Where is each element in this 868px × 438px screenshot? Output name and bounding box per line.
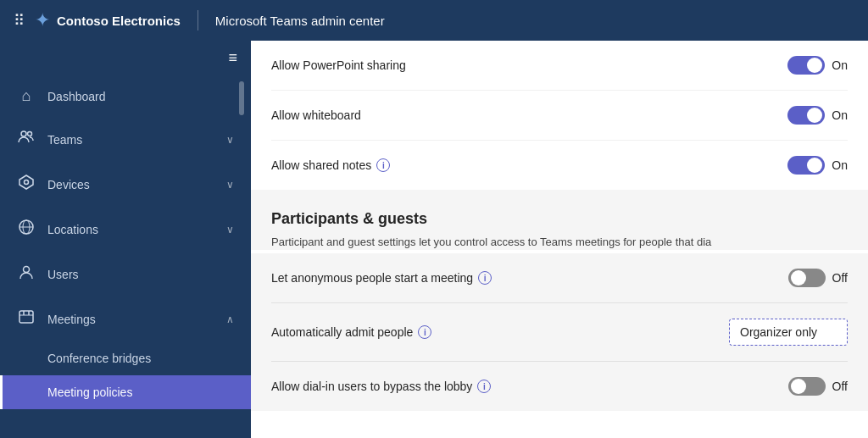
grid-icon: ⠿ — [14, 11, 25, 30]
participants-title: Participants & guests — [271, 210, 848, 228]
powerpoint-toggle[interactable] — [787, 56, 825, 75]
logo-text: Contoso Electronics — [57, 14, 181, 28]
anonymous-label: Let anonymous people start a meeting i — [271, 271, 492, 285]
locations-label: Locations — [47, 223, 214, 236]
svg-point-0 — [21, 131, 26, 136]
anonymous-toggle-container: Off — [788, 269, 848, 287]
locations-chevron-icon: ∨ — [226, 224, 234, 236]
header-divider — [198, 10, 198, 30]
dialin-toggle[interactable] — [788, 377, 826, 396]
logo-icon: ✦ — [35, 9, 50, 31]
dashboard-label: Dashboard — [47, 90, 234, 103]
sidebar-subitem-meeting-policies[interactable]: Meeting policies — [0, 375, 251, 409]
powerpoint-toggle-container: On — [787, 56, 848, 75]
whiteboard-toggle-container: On — [787, 106, 848, 125]
sidebar-toggle[interactable]: ≡ — [0, 41, 251, 75]
svg-point-3 — [25, 180, 29, 185]
sidebar-item-teams[interactable]: Teams ∨ — [0, 117, 251, 162]
powerpoint-toggle-label: On — [832, 58, 848, 72]
sidebar-item-users[interactable]: Users — [0, 252, 251, 297]
sidebar-item-devices[interactable]: Devices ∨ — [0, 162, 251, 207]
svg-marker-2 — [19, 175, 33, 189]
meetings-chevron-icon: ∧ — [226, 313, 234, 325]
meetings-icon — [17, 308, 36, 330]
logo: ✦ Contoso Electronics — [35, 9, 181, 31]
whiteboard-toggle-label: On — [832, 108, 848, 122]
setting-row-shared-notes: Allow shared notes i On — [271, 141, 848, 190]
content-settings-top: Allow PowerPoint sharing On Allow whiteb… — [251, 41, 868, 190]
svg-point-1 — [28, 132, 32, 136]
meeting-policies-label: Meeting policies — [47, 385, 132, 399]
dashboard-icon: ⌂ — [17, 87, 36, 105]
locations-icon — [17, 219, 36, 240]
participant-row-dialin: Allow dial-in users to bypass the lobby … — [271, 362, 848, 411]
dialin-toggle-container: Off — [788, 377, 848, 396]
admit-info-icon[interactable]: i — [418, 325, 431, 339]
dialin-info-icon[interactable]: i — [477, 380, 491, 393]
powerpoint-label: Allow PowerPoint sharing — [271, 58, 406, 72]
header-title: Microsoft Teams admin center — [215, 14, 385, 28]
participants-section: Participants & guests Participant and gu… — [251, 190, 868, 250]
setting-row-whiteboard: Allow whiteboard On — [271, 91, 848, 141]
users-label: Users — [47, 268, 234, 281]
teams-chevron-icon: ∨ — [226, 134, 234, 146]
main-layout: ≡ ⌂ Dashboard Teams ∨ Devices ∨ Location… — [0, 41, 868, 438]
anonymous-info-icon[interactable]: i — [478, 271, 492, 285]
anonymous-toggle-label: Off — [832, 271, 848, 285]
whiteboard-toggle[interactable] — [787, 106, 825, 125]
shared-notes-label: Allow shared notes i — [271, 158, 390, 172]
devices-chevron-icon: ∨ — [226, 179, 234, 191]
devices-icon — [17, 174, 36, 195]
content-area: Allow PowerPoint sharing On Allow whiteb… — [251, 41, 868, 438]
devices-label: Devices — [47, 178, 214, 191]
shared-notes-info-icon[interactable]: i — [376, 158, 390, 172]
svg-point-7 — [24, 267, 30, 273]
participants-description: Participant and guest settings let you c… — [271, 235, 848, 250]
app-header: ⠿ ✦ Contoso Electronics Microsoft Teams … — [0, 0, 868, 41]
sidebar-subitem-conference-bridges[interactable]: Conference bridges — [0, 341, 251, 375]
dialin-label: Allow dial-in users to bypass the lobby … — [271, 380, 491, 393]
sidebar-item-meetings[interactable]: Meetings ∧ — [0, 297, 251, 341]
setting-row-powerpoint: Allow PowerPoint sharing On — [271, 41, 848, 91]
sidebar-item-dashboard[interactable]: ⌂ Dashboard — [0, 75, 251, 117]
admit-dropdown[interactable]: Organizer only — [729, 319, 848, 346]
sidebar: ≡ ⌂ Dashboard Teams ∨ Devices ∨ Location… — [0, 41, 251, 438]
participant-row-anonymous: Let anonymous people start a meeting i O… — [271, 253, 848, 303]
teams-icon — [17, 129, 36, 150]
users-icon — [17, 263, 36, 285]
hamburger-icon[interactable]: ≡ — [228, 49, 237, 67]
shared-notes-toggle[interactable] — [787, 156, 825, 175]
conference-bridges-label: Conference bridges — [47, 352, 151, 365]
shared-notes-toggle-container: On — [787, 156, 848, 175]
meetings-label: Meetings — [47, 313, 214, 326]
participant-settings-list: Let anonymous people start a meeting i O… — [251, 253, 868, 411]
svg-rect-8 — [19, 311, 33, 323]
sidebar-item-locations[interactable]: Locations ∨ — [0, 207, 251, 252]
shared-notes-toggle-label: On — [832, 158, 848, 172]
dialin-toggle-label: Off — [832, 380, 848, 393]
teams-label: Teams — [47, 133, 214, 147]
participant-row-admit: Automatically admit people i Organizer o… — [271, 303, 848, 362]
anonymous-toggle[interactable] — [788, 269, 826, 287]
admit-label: Automatically admit people i — [271, 325, 431, 339]
whiteboard-label: Allow whiteboard — [271, 108, 361, 122]
